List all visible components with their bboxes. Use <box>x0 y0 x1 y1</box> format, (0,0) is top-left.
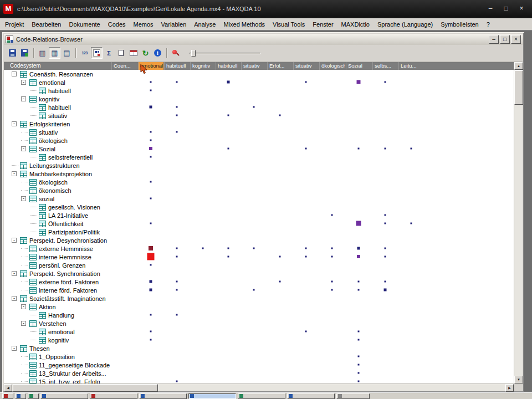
tree-row[interactable]: interne Hemmnisse <box>4 253 514 261</box>
expand-collapse-toggle[interactable]: - <box>12 70 20 78</box>
tree-row[interactable]: selbstreferentiell <box>4 153 514 161</box>
tree-row[interactable]: -sozial <box>4 195 514 203</box>
menu-item-memos[interactable]: Memos <box>130 19 157 29</box>
vertical-scrollbar[interactable]: ▲ ▼ <box>514 62 523 383</box>
tree-row[interactable]: -kognitiv <box>4 95 514 103</box>
tree-row[interactable]: -Verstehen <box>4 319 514 328</box>
toolbar-button[interactable]: ↻ <box>140 47 151 59</box>
menu-item-symbolleisten[interactable]: Symbolleisten <box>437 19 482 29</box>
column-header[interactable]: Sozial <box>346 62 372 70</box>
tree-row[interactable]: -Sozial <box>4 145 514 153</box>
tree-row[interactable]: -Perspekt. Synchronisation <box>4 269 514 278</box>
expand-collapse-toggle[interactable]: - <box>12 170 20 178</box>
taskbar-button[interactable] <box>238 393 285 399</box>
crb-maximize-button[interactable]: □ <box>500 35 510 44</box>
toolbar-button[interactable]: 123 <box>79 47 90 59</box>
tree-row[interactable]: externe Hemmnisse <box>4 244 514 253</box>
expand-collapse-toggle[interactable]: - <box>21 95 29 103</box>
menu-item-mixed-methods[interactable]: Mixed Methods <box>219 19 269 29</box>
expand-collapse-toggle[interactable]: - <box>21 319 29 328</box>
taskbar-button[interactable] <box>139 393 187 399</box>
tree-row[interactable]: Handlung <box>4 311 514 319</box>
toolbar-button[interactable] <box>170 47 181 59</box>
tree-row[interactable]: -Coenästh. Resonanzen <box>4 70 514 78</box>
scroll-down-button[interactable]: ▼ <box>514 376 523 383</box>
column-header[interactable]: situativ <box>241 62 267 70</box>
expand-collapse-toggle[interactable]: - <box>21 195 29 203</box>
menu-item-sprache-language-[interactable]: Sprache (Language) <box>374 19 437 29</box>
tree-row[interactable]: -emotional <box>4 78 514 86</box>
tree-row[interactable]: Partizipation/Politik <box>4 228 514 236</box>
tree-row[interactable]: gesellsch. Visionen <box>4 203 514 211</box>
column-header[interactable]: selbs... <box>372 62 398 70</box>
menu-item-variablen[interactable]: Variablen <box>157 19 191 29</box>
menu-item-codes[interactable]: Codes <box>104 19 130 29</box>
app-minimize-button[interactable]: – <box>484 4 497 14</box>
column-header[interactable]: habituell <box>164 62 190 70</box>
column-header[interactable]: habituell <box>216 62 241 70</box>
expand-collapse-toggle[interactable]: - <box>12 269 20 278</box>
size-slider[interactable] <box>190 50 260 57</box>
horizontal-scrollbar[interactable]: ◀ ▶ <box>4 383 514 391</box>
toolbar-button[interactable] <box>127 47 139 59</box>
tree-row[interactable]: situativ <box>4 128 514 136</box>
menu-item-fenster[interactable]: Fenster <box>309 19 337 29</box>
app-maximize-button[interactable]: □ <box>500 4 512 14</box>
tree-row[interactable]: externe förd. Faktoren <box>4 278 514 286</box>
tree-row[interactable]: emotional <box>4 328 514 336</box>
toolbar-button[interactable]: ▥ <box>37 47 48 59</box>
expand-collapse-toggle[interactable]: - <box>21 145 29 153</box>
expand-collapse-toggle[interactable]: - <box>12 344 20 352</box>
taskbar-button[interactable] <box>28 393 39 399</box>
menu-item-analyse[interactable]: Analyse <box>190 19 219 29</box>
menu-item-maxdictio[interactable]: MAXDictio <box>337 19 374 29</box>
crb-close-button[interactable]: × <box>511 35 521 44</box>
tree-row[interactable]: -Thesen <box>4 344 514 352</box>
tree-row[interactable]: -Sozietätsstift. Imaginationen <box>4 294 514 303</box>
taskbar-button[interactable] <box>2 393 13 399</box>
menu-item--[interactable]: ? <box>483 19 494 29</box>
tree-row[interactable]: Öffentlichkeit <box>4 219 514 228</box>
tree-row[interactable]: ökologisch <box>4 136 514 145</box>
crb-minimize-button[interactable]: – <box>489 35 499 44</box>
tree-row[interactable]: persönl. Grenzen <box>4 261 514 269</box>
column-header[interactable]: Leitu... <box>398 62 423 70</box>
column-header[interactable]: situativ <box>293 62 319 70</box>
toolbar-button[interactable] <box>19 47 30 59</box>
tree-row[interactable]: kognitiv <box>4 336 514 344</box>
vertical-scroll-thumb[interactable] <box>514 70 523 105</box>
slider-thumb[interactable] <box>191 50 196 57</box>
taskbar-button[interactable] <box>90 393 137 399</box>
tree-row[interactable]: 1_Opposition <box>4 352 514 361</box>
tree-row[interactable]: interne förd. Faktoren <box>4 286 514 294</box>
column-header[interactable]: Coen... <box>111 62 137 70</box>
tree-row[interactable]: 13_Struktur der Arbeits... <box>4 369 514 377</box>
taskbar-button[interactable] <box>40 393 88 399</box>
expand-collapse-toggle[interactable]: - <box>21 78 29 86</box>
toolbar-button[interactable]: ▤ <box>61 47 73 59</box>
taskbar-button[interactable] <box>15 393 26 399</box>
expand-collapse-toggle[interactable]: - <box>12 236 20 244</box>
toolbar-button[interactable]: ▦ <box>49 47 60 59</box>
taskbar-button[interactable] <box>188 393 236 399</box>
app-close-button[interactable]: × <box>515 4 528 14</box>
tree-row[interactable]: ökologisch <box>4 178 514 186</box>
taskbar-button[interactable] <box>287 393 335 399</box>
tree-row[interactable]: -Perspekt. Desynchronisation <box>4 236 514 244</box>
expand-collapse-toggle[interactable]: - <box>12 294 20 303</box>
column-header[interactable]: kognitiv <box>190 62 215 70</box>
expand-collapse-toggle[interactable]: - <box>12 120 20 128</box>
tree-row[interactable]: 11_gegenseitige Blockade <box>4 361 514 369</box>
tree-row[interactable]: Leitungsstrukturen <box>4 161 514 170</box>
menu-item-dokumente[interactable]: Dokumente <box>65 19 104 29</box>
toolbar-button[interactable] <box>115 47 127 59</box>
tree-row[interactable]: -Erfolgskriterien <box>4 120 514 128</box>
expand-collapse-toggle[interactable]: - <box>21 303 29 311</box>
tree-row[interactable]: 15_int. bzw. ext. Erfolg <box>4 377 514 383</box>
tree-row[interactable]: habituell <box>4 103 514 111</box>
toolbar-button[interactable] <box>91 47 103 59</box>
menu-item-bearbeiten[interactable]: Bearbeiten <box>28 19 65 29</box>
scroll-up-button[interactable]: ▲ <box>514 62 523 70</box>
tree-row[interactable]: situativ <box>4 111 514 120</box>
toolbar-button[interactable] <box>7 47 18 59</box>
